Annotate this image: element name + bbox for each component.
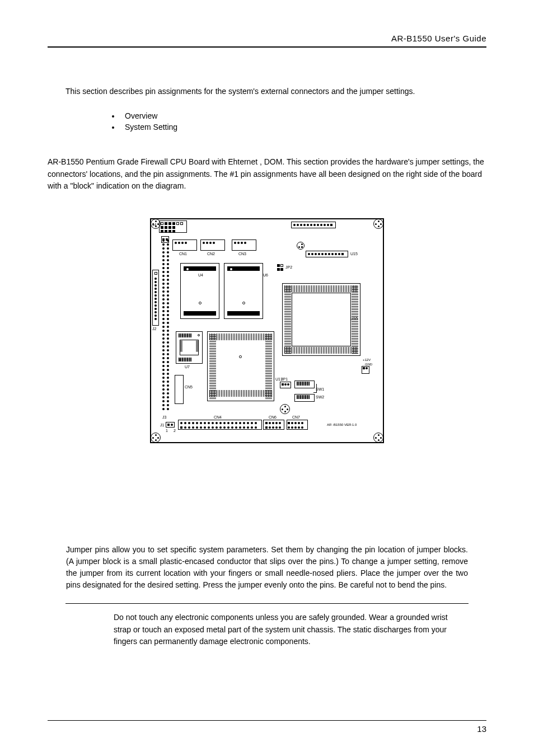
label-jp2: JP2	[285, 265, 292, 269]
page-footer: 13	[48, 720, 486, 734]
label-cn5: CN5	[185, 385, 193, 389]
bullet-overview: Overview	[120, 111, 486, 120]
label-j4: J4	[152, 223, 156, 227]
header-title: AR-B1550 User's Guide	[48, 34, 486, 48]
section-intro: This section describes pin assignments f…	[65, 87, 469, 96]
caution-text: Do not touch any electronic components u…	[114, 612, 464, 648]
label-j3: J3	[162, 415, 166, 419]
label-cn4: CN4	[214, 415, 222, 419]
label-u7: U7	[185, 365, 190, 369]
label-cn3: CN3	[238, 252, 246, 256]
label-cn6: CN6	[269, 415, 277, 419]
page-number: 13	[477, 724, 486, 734]
label-board-version: AR -B1550 VER:1.0	[327, 423, 357, 426]
label-cn2: CN2	[207, 252, 215, 256]
jumper-text: Jumper pins allow you to set specific sy…	[66, 544, 468, 591]
label-gnd: GND	[365, 363, 372, 366]
label-jp1: JP1	[281, 377, 288, 381]
board-diagram: J4 CN1 CN2 CN3	[150, 218, 384, 443]
label-j1b: 2	[174, 429, 176, 433]
label-cn1: CN1	[179, 252, 187, 256]
caution-separator	[65, 603, 469, 604]
label-plus12v: +12V	[363, 358, 371, 361]
label-j1: J1	[160, 423, 164, 427]
label-u15: U15	[350, 252, 358, 256]
overview-intro: AR-B1550 Pentium Grade Firewall CPU Boar…	[48, 156, 486, 192]
page: AR-B1550 User's Guide This section descr…	[0, 0, 534, 756]
label-j2: J2	[152, 327, 156, 331]
label-u4: U4	[198, 273, 203, 277]
label-j1a: 1	[166, 429, 168, 433]
board-diagram-wrap: J4 CN1 CN2 CN3	[48, 218, 486, 443]
label-cn7: CN7	[292, 415, 300, 419]
bullet-system-setting: System Setting	[120, 123, 486, 132]
label-sw1: SW1	[316, 387, 324, 391]
bullet-list: Overview System Setting	[120, 111, 486, 132]
label-u6: U6	[263, 273, 268, 277]
label-sw2: SW2	[316, 395, 324, 399]
